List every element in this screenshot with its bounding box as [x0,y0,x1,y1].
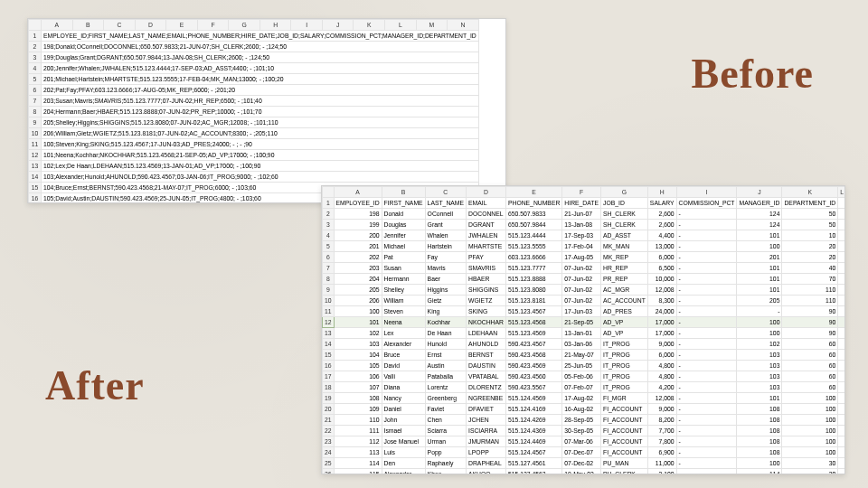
cell[interactable]: Baer [425,274,466,285]
cell[interactable]: - [676,393,737,404]
cell[interactable] [838,306,845,317]
cell[interactable]: 60 [782,339,838,350]
cell[interactable]: Alexander [382,469,425,475]
cell[interactable]: 07-Dec-07 [562,447,601,458]
cell[interactable]: Lex [382,328,425,339]
header-cell[interactable]: EMAIL [467,198,506,209]
row-header[interactable]: 26 [323,469,335,475]
row-header[interactable]: 8 [29,107,42,117]
col-header-N[interactable]: N [448,20,479,31]
cell[interactable]: 198 [334,209,382,220]
cell[interactable]: 2,600 [647,209,676,220]
cell[interactable]: William [382,296,425,306]
cell[interactable]: - [676,404,737,415]
row-header[interactable]: 15 [323,350,335,361]
cell[interactable]: Urman [425,436,466,447]
cell[interactable]: - [676,306,737,317]
cell[interactable]: 60 [782,382,838,393]
cell[interactable]: Faviet [425,404,466,415]
cell[interactable]: 515.124.4169 [505,404,561,415]
cell[interactable]: 18-May-03 [562,469,601,475]
cell[interactable]: 101 [737,393,782,404]
row-header[interactable]: 11 [323,306,335,317]
cell[interactable]: Popp [425,447,466,458]
cell[interactable]: AD_VP [601,328,648,339]
cell[interactable]: 110 [334,415,382,426]
cell[interactable]: Grant [425,220,466,230]
cell[interactable]: 515.123.5555 [505,241,561,252]
cell[interactable]: FI_ACCOUNT [601,447,648,458]
cell[interactable]: Luis [382,447,425,458]
cell[interactable]: 108 [737,415,782,426]
cell[interactable]: 603.123.6666 [505,252,561,263]
cell[interactable]: 590.423.4569 [505,361,561,371]
row-header[interactable]: 7 [29,96,42,107]
cell[interactable]: 10 [782,230,838,241]
cell[interactable]: 108 [737,447,782,458]
cell[interactable]: 03-Jan-06 [562,339,601,350]
row-header[interactable]: 11 [29,139,42,150]
cell[interactable]: 113 [334,447,382,458]
row-header[interactable]: 3 [323,220,335,230]
cell[interactable]: 103 [334,339,382,350]
cell[interactable]: - [676,285,737,296]
cell[interactable]: EMPLOYEE_ID;FIRST_NAME;LAST_NAME;EMAIL;P… [42,31,479,42]
cell[interactable]: 102 [334,328,382,339]
cell[interactable]: 9,000 [647,339,676,350]
col-header-B[interactable]: B [382,187,425,198]
header-cell[interactable]: FIRST_NAME [382,198,425,209]
cell[interactable]: - [676,350,737,361]
cell[interactable]: 12,008 [647,393,676,404]
cell[interactable]: 17-Aug-05 [562,252,601,263]
cell[interactable] [838,230,845,241]
cell[interactable]: 07-Jun-02 [562,296,601,306]
cell[interactable]: 103;Alexander;Hunold;AHUNOLD;590.423.456… [42,172,479,183]
cell[interactable]: 112 [334,436,382,447]
cell[interactable]: 515.124.4567 [505,447,561,458]
cell[interactable]: SKING [467,306,506,317]
cell[interactable]: 13,000 [647,241,676,252]
cell[interactable] [838,220,845,230]
cell[interactable]: 515.123.7777 [505,263,561,274]
cell[interactable]: BERNST [467,350,506,361]
cell[interactable]: 115 [334,469,382,475]
row-header[interactable]: 14 [29,172,42,183]
row-header[interactable]: 23 [323,436,335,447]
cell[interactable]: - [676,361,737,371]
cell[interactable]: JMURMAN [467,436,506,447]
cell[interactable]: 590.423.4568 [505,350,561,361]
cell[interactable]: 103 [737,382,782,393]
header-cell[interactable] [838,198,845,209]
cell[interactable]: 90 [782,328,838,339]
cell[interactable]: - [676,371,737,382]
cell[interactable]: Pataballa [425,371,466,382]
cell[interactable]: DOCONNEL [467,209,506,220]
cell[interactable]: 101 [737,230,782,241]
cell[interactable]: 12,008 [647,285,676,296]
row-header[interactable]: 2 [29,42,42,52]
cell[interactable] [838,361,845,371]
cell[interactable]: 24,000 [647,306,676,317]
cell[interactable]: - [676,458,737,469]
cell[interactable]: 205;Shelley;Higgins;SHIGGINS;515.123.808… [42,117,479,128]
cell[interactable]: ISCIARRA [467,426,506,436]
col-header-E[interactable]: E [166,20,198,31]
cell[interactable]: 4,800 [647,361,676,371]
col-header-M[interactable]: M [416,20,448,31]
cell[interactable]: Khoo [425,469,466,475]
row-header[interactable]: 12 [29,150,42,161]
cell[interactable]: 114 [737,469,782,475]
cell[interactable]: 100 [782,436,838,447]
cell[interactable]: 16-Aug-02 [562,404,601,415]
col-header-K[interactable]: K [354,20,385,31]
cell[interactable]: 100 [737,241,782,252]
cell[interactable]: Douglas [382,220,425,230]
cell[interactable]: 20 [782,252,838,263]
cell[interactable]: LPOPP [467,447,506,458]
cell[interactable]: 200 [334,230,382,241]
cell[interactable]: MK_MAN [601,241,648,252]
cell[interactable]: - [737,306,782,317]
cell[interactable]: 515.123.8888 [505,274,561,285]
cell[interactable]: Chen [425,415,466,426]
cell[interactable]: 07-Dec-02 [562,458,601,469]
